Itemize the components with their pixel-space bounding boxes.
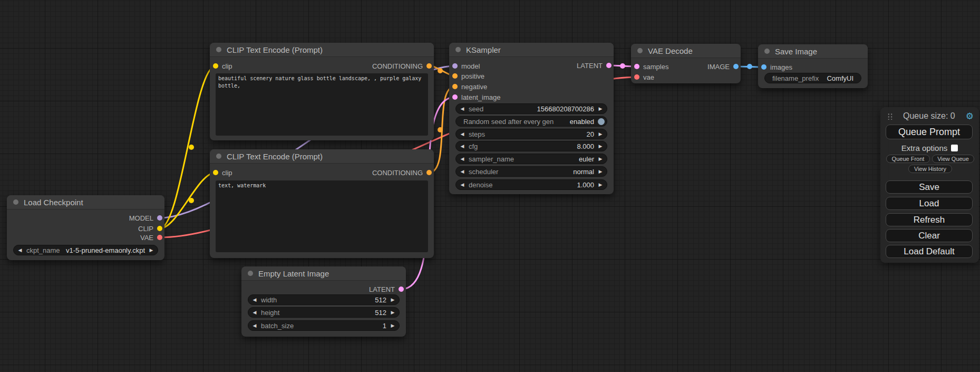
drag-handle-icon[interactable] <box>887 112 892 120</box>
collapse-dot-icon[interactable] <box>637 48 643 53</box>
increment-arrow-icon[interactable]: ▶ <box>594 157 607 161</box>
increment-arrow-icon[interactable]: ▶ <box>594 183 607 187</box>
output-label: LATENT <box>369 285 395 293</box>
input-port-latent-image[interactable] <box>452 94 458 100</box>
clear-button[interactable]: Clear <box>886 229 973 242</box>
view-queue-button[interactable]: View Queue <box>932 155 974 163</box>
widget-sampler-name[interactable]: ◀ sampler_name euler ▶ <box>455 154 607 164</box>
output-port-latent[interactable] <box>606 63 612 68</box>
increment-arrow-icon[interactable]: ▶ <box>594 144 607 149</box>
output-row-conditioning: CONDITIONING <box>372 167 432 178</box>
decrement-arrow-icon[interactable]: ◀ <box>248 323 261 328</box>
output-port-latent[interactable] <box>399 287 404 292</box>
output-port-conditioning[interactable] <box>426 170 432 175</box>
collapse-dot-icon[interactable] <box>216 154 221 159</box>
refresh-button[interactable]: Refresh <box>886 213 973 226</box>
decrement-arrow-icon[interactable]: ◀ <box>456 183 469 187</box>
input-row-negative: negative <box>452 81 487 92</box>
widget-filename-prefix[interactable]: filename_prefix ComfyUI <box>764 73 861 83</box>
node-header[interactable]: KSampler <box>449 43 614 57</box>
input-port-vae[interactable] <box>634 74 639 80</box>
decrement-arrow-icon[interactable]: ◀ <box>456 144 469 149</box>
node-header[interactable]: VAE Decode <box>631 44 741 58</box>
output-port-conditioning[interactable] <box>426 63 432 69</box>
increment-arrow-icon[interactable]: ▶ <box>594 132 607 137</box>
node-clip-text-encode-positive[interactable]: CLIP Text Encode (Prompt) clip CONDITION… <box>210 43 434 140</box>
increment-arrow-icon[interactable]: ▶ <box>386 310 399 315</box>
output-label: CONDITIONING <box>372 62 423 70</box>
node-header[interactable]: Load Checkpoint <box>7 195 164 209</box>
collapse-dot-icon[interactable] <box>13 199 18 205</box>
increment-arrow-icon[interactable]: ▶ <box>145 248 158 253</box>
node-load-checkpoint[interactable]: Load Checkpoint MODEL CLIP VAE ◀ ckpt_na… <box>7 195 164 260</box>
decrement-arrow-icon[interactable]: ◀ <box>456 169 469 174</box>
decrement-arrow-icon[interactable]: ◀ <box>248 298 261 302</box>
input-port-negative[interactable] <box>452 84 458 89</box>
output-label: CONDITIONING <box>372 169 423 177</box>
output-port-vae[interactable] <box>157 235 162 240</box>
node-header[interactable]: Save Image <box>758 44 868 59</box>
input-port-samples[interactable] <box>634 64 639 69</box>
widget-cfg[interactable]: ◀ cfg 8.000 ▶ <box>455 141 607 151</box>
widget-scheduler[interactable]: ◀ scheduler normal ▶ <box>455 166 607 177</box>
collapse-dot-icon[interactable] <box>216 47 221 52</box>
node-save-image[interactable]: Save Image images filename_prefix ComfyU… <box>758 44 868 88</box>
widget-batch-size[interactable]: ◀ batch_size 1 ▶ <box>248 320 400 331</box>
input-port-clip[interactable] <box>213 63 218 69</box>
settings-gear-icon[interactable]: ⚙ <box>966 112 974 121</box>
collapse-dot-icon[interactable] <box>248 271 253 276</box>
widget-value: 20 <box>587 130 594 138</box>
node-title: CLIP Text Encode (Prompt) <box>227 152 323 161</box>
decrement-arrow-icon[interactable]: ◀ <box>456 132 469 137</box>
node-header[interactable]: CLIP Text Encode (Prompt) <box>210 149 434 164</box>
collapse-dot-icon[interactable] <box>455 47 461 52</box>
decrement-arrow-icon[interactable]: ◀ <box>14 248 26 253</box>
widget-height[interactable]: ◀ height 512 ▶ <box>248 307 400 318</box>
link-midpoint-dot <box>189 198 194 203</box>
increment-arrow-icon[interactable]: ▶ <box>594 107 607 111</box>
queue-prompt-button[interactable]: Queue Prompt <box>886 125 973 139</box>
widget-value: 1.000 <box>577 181 594 189</box>
view-history-button[interactable]: View History <box>908 165 952 173</box>
node-vae-decode[interactable]: VAE Decode samples vae IMAGE <box>631 44 741 83</box>
node-ksampler[interactable]: KSampler model positive negative latent_… <box>449 43 614 194</box>
decrement-arrow-icon[interactable]: ◀ <box>456 157 469 161</box>
node-graph-canvas[interactable]: Load Checkpoint MODEL CLIP VAE ◀ ckpt_na… <box>0 0 980 372</box>
input-port-clip[interactable] <box>213 170 218 175</box>
input-row-samples: samples <box>634 61 668 72</box>
input-port-model[interactable] <box>452 63 458 69</box>
decrement-arrow-icon[interactable]: ◀ <box>456 107 469 111</box>
decrement-arrow-icon[interactable]: ◀ <box>248 310 261 315</box>
widget-seed[interactable]: ◀ seed 156680208700286 ▶ <box>455 103 607 114</box>
node-empty-latent-image[interactable]: Empty Latent Image LATENT ◀ width 512 ▶ … <box>241 266 406 337</box>
output-port-model[interactable] <box>157 215 162 221</box>
save-button[interactable]: Save <box>886 180 973 194</box>
widget-ckpt-name[interactable]: ◀ ckpt_name v1-5-pruned-emaonly.ckpt ▶ <box>13 245 158 255</box>
output-port-image[interactable] <box>733 64 739 69</box>
node-clip-text-encode-negative[interactable]: CLIP Text Encode (Prompt) clip CONDITION… <box>210 149 434 258</box>
prompt-text-area[interactable]: text, watermark <box>216 180 428 252</box>
input-label: model <box>461 62 480 70</box>
extra-options-checkbox[interactable] <box>951 145 958 151</box>
widget-steps[interactable]: ◀ steps 20 ▶ <box>455 129 607 139</box>
widget-label: cfg <box>469 142 577 150</box>
node-header[interactable]: CLIP Text Encode (Prompt) <box>210 43 434 57</box>
node-header[interactable]: Empty Latent Image <box>241 266 406 281</box>
collapse-dot-icon[interactable] <box>764 49 770 54</box>
increment-arrow-icon[interactable]: ▶ <box>386 323 399 328</box>
output-label: IMAGE <box>707 63 730 71</box>
output-port-clip[interactable] <box>157 226 162 231</box>
widget-width[interactable]: ◀ width 512 ▶ <box>248 294 400 305</box>
load-button[interactable]: Load <box>886 197 973 210</box>
load-default-button[interactable]: Load Default <box>886 245 973 258</box>
input-row-vae: vae <box>634 72 654 82</box>
widget-denoise[interactable]: ◀ denoise 1.000 ▶ <box>455 179 607 190</box>
increment-arrow-icon[interactable]: ▶ <box>594 169 607 174</box>
increment-arrow-icon[interactable]: ▶ <box>386 298 399 302</box>
widget-random-seed-toggle[interactable]: Random seed after every gen enabled <box>455 116 607 127</box>
prompt-text-area[interactable]: beautiful scenery nature glass bottle la… <box>216 73 428 136</box>
toggle-on-indicator[interactable] <box>598 118 605 125</box>
input-port-positive[interactable] <box>452 73 458 79</box>
input-port-images[interactable] <box>761 64 766 70</box>
queue-front-button[interactable]: Queue Front <box>886 155 930 163</box>
